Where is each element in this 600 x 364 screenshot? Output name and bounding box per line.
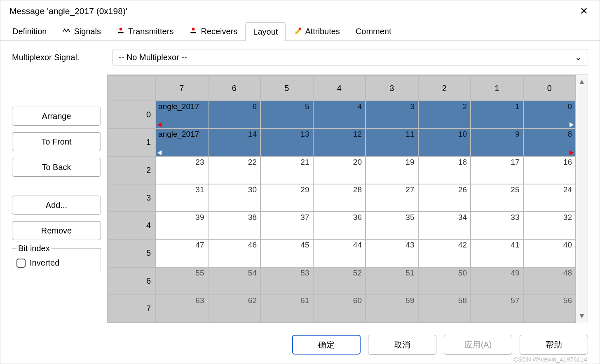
msb-marker-icon [157,122,162,127]
grid-row-header: 2 [108,156,155,184]
signal-bit-cell[interactable]: 4 [313,101,366,128]
tab-signals[interactable]: Signals [54,22,109,40]
signal-label: angle_2017 [158,130,199,139]
bit-cell: 31 [155,184,208,212]
grid-row-header: 7 [108,295,155,322]
scroll-down-icon[interactable]: ▼ [578,312,586,320]
signal-bit-cell[interactable]: 1 [471,101,523,128]
signal-bit-cell[interactable]: 3 [366,101,418,128]
multiplexor-select[interactable]: -- No Multiplexor -- ⌄ [112,49,588,65]
continuation-marker-icon [157,150,162,155]
add-button[interactable]: Add... [12,196,101,215]
bit-number: 24 [563,185,572,194]
remove-button[interactable]: Remove [12,221,101,240]
bit-number: 1 [515,102,520,111]
tab-definition[interactable]: Definition [5,22,54,40]
grid-row: 33130292827262524 [108,184,576,212]
help-button[interactable]: 帮助 [520,335,588,355]
grid-row: 76362616059585756 [108,295,576,322]
bit-cell: 28 [313,184,366,212]
dialog-footer: 确定 取消 应用(A) 帮助 CSDN @weixin_41976114 [0,327,600,364]
arrange-button[interactable]: Arrange [12,107,101,126]
grid-row-header: 4 [108,212,155,239]
bit-cell: 50 [418,267,471,295]
bit-number: 49 [511,268,519,278]
tab-label: Attributes [305,27,340,36]
bit-cell: 52 [313,267,366,295]
tab-layout[interactable]: Layout [245,22,286,41]
bit-number: 48 [563,268,572,278]
bit-cell: 21 [260,156,313,184]
to-back-button[interactable]: To Back [12,158,101,177]
bit-number: 28 [353,185,362,194]
bit-cell: 22 [208,156,261,184]
grid-col-header: 0 [523,75,576,101]
grid-col-header: 6 [208,75,261,101]
tab-receivers[interactable]: Receivers [181,22,245,40]
to-front-button[interactable]: To Front [12,132,101,151]
bit-number: 40 [563,240,572,250]
signal-bit-cell[interactable]: angle_2017 [155,128,208,156]
bit-number: 23 [195,158,204,167]
receiver-icon [189,26,197,37]
bit-number: 39 [195,213,204,222]
bit-number: 62 [248,296,257,305]
grid-col-header: 2 [418,75,471,101]
bit-cell: 24 [523,184,576,212]
bit-cell: 17 [471,156,523,184]
grid-row-header: 0 [108,101,155,128]
bit-cell: 23 [155,156,208,184]
bit-layout-grid-wrap: 76543210 0angle_201765432101angle_201714… [107,75,588,323]
bit-number: 34 [458,213,467,222]
bit-index-legend: Bit index [16,244,52,253]
signal-bit-cell[interactable]: 14 [208,128,261,156]
signal-bit-cell[interactable]: angle_2017 [155,101,208,128]
bit-number: 38 [248,213,257,222]
bit-cell: 30 [208,184,261,212]
close-icon[interactable]: ✕ [577,5,591,18]
bit-cell: 37 [260,212,313,239]
scroll-up-icon[interactable]: ▲ [578,77,586,86]
bit-cell: 41 [471,239,523,267]
bit-cell: 53 [260,267,313,295]
bit-index-group: Bit index Inverted [12,248,101,272]
signal-bit-cell[interactable]: 5 [260,101,313,128]
signal-bit-cell[interactable]: 6 [208,101,261,128]
inverted-checkbox[interactable] [16,259,26,268]
cancel-button[interactable]: 取消 [368,335,436,355]
bit-number: 13 [300,130,309,139]
bit-cell: 29 [260,184,313,212]
tab-comment[interactable]: Comment [348,22,399,40]
bit-cell: 19 [366,156,418,184]
dialog-window: Message 'angle_2017 (0x198)' ✕ Definitio… [0,0,600,364]
signal-bit-cell[interactable]: 9 [471,128,523,156]
grid-row-header: 3 [108,184,155,212]
bit-number: 0 [567,102,572,111]
bit-number: 30 [248,185,257,194]
signal-bit-cell[interactable]: 13 [260,128,313,156]
ok-button[interactable]: 确定 [292,335,361,355]
bit-number: 46 [248,240,257,250]
signal-bit-cell[interactable]: 2 [418,101,471,128]
bit-cell: 59 [366,295,418,322]
window-title: Message 'angle_2017 (0x198)' [9,6,127,16]
bit-number: 27 [405,185,414,194]
tab-attributes[interactable]: Attributes [286,22,347,40]
bit-layout-grid[interactable]: 76543210 0angle_201765432101angle_201714… [107,75,576,323]
bit-cell: 43 [366,239,418,267]
signal-bit-cell[interactable]: 11 [366,128,418,156]
signal-bit-cell[interactable]: 10 [418,128,471,156]
bit-number: 22 [248,158,257,167]
signal-bit-cell[interactable]: 0 [523,101,576,128]
grid-scrollbar[interactable]: ▲ ▼ [576,75,588,323]
signal-bit-cell[interactable]: 8 [523,128,576,156]
bit-number: 19 [405,158,414,167]
bit-number: 6 [252,102,257,111]
signal-bit-cell[interactable]: 12 [313,128,366,156]
bit-number: 58 [458,296,467,305]
bit-cell: 57 [471,295,523,322]
tab-transmitters[interactable]: Transmitters [109,22,181,40]
multiplexor-value: -- No Multiplexor -- [119,53,187,62]
bit-number: 35 [405,213,414,222]
inverted-checkbox-row[interactable]: Inverted [16,258,96,268]
